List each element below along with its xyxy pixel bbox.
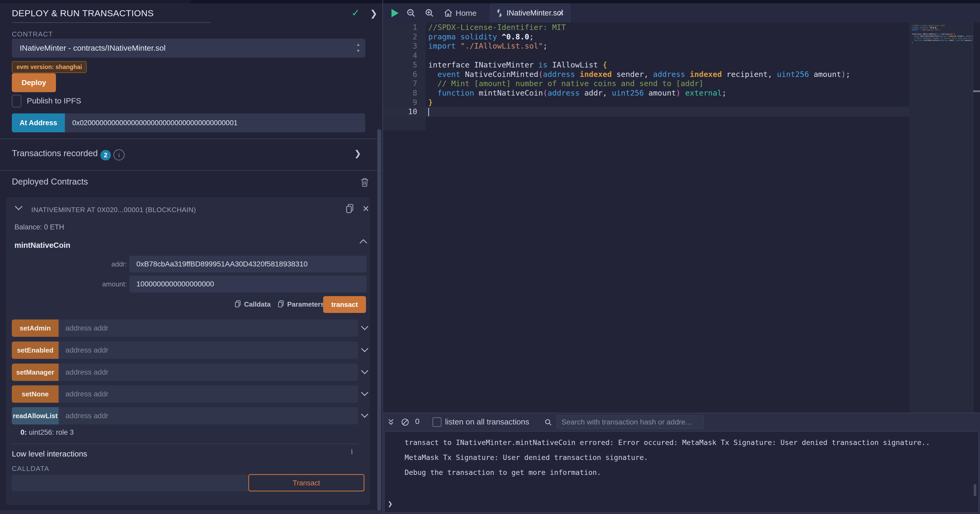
panel-scrollbar-thumb[interactable] <box>377 129 381 511</box>
tab-inativeminter[interactable]: INativeMinter.sol ✕ <box>490 3 570 22</box>
terminal-log-line: Debug the transaction to get more inform… <box>405 468 978 476</box>
setadmin-button[interactable]: setAdmin <box>12 319 59 337</box>
panel-bottom-scrollbar-track[interactable] <box>0 510 382 514</box>
terminal-prompt[interactable]: ❯ <box>388 499 393 508</box>
close-icon[interactable]: ✕ <box>362 204 369 214</box>
contract-instance-label[interactable]: INATIVEMINTER AT 0X020...00001 (BLOCKCHA… <box>31 206 196 214</box>
transactions-recorded-label: Transactions recorded <box>12 148 98 158</box>
setenabled-input[interactable] <box>59 341 358 359</box>
code-line: 1//SPDX-License-Identifier: MIT <box>383 22 980 32</box>
trash-icon[interactable] <box>360 177 369 188</box>
param-amount-input[interactable] <box>129 276 366 292</box>
transactions-count-badge: 2 <box>100 150 111 160</box>
listen-all-checkbox[interactable] <box>433 417 441 427</box>
code-editor[interactable]: 1//SPDX-License-Identifier: MIT2pragma s… <box>383 22 980 412</box>
copy-address-icon[interactable] <box>345 203 355 214</box>
call-result: 0: uint256: role 3 <box>21 428 74 436</box>
line-number: 6 <box>383 70 417 79</box>
solidity-icon <box>496 9 503 17</box>
code-line: 2pragma solidity ^0.8.0; <box>383 32 980 41</box>
contract-label: CONTRACT <box>12 30 53 38</box>
terminal-log-lines: transact to INativeMinter.mintNativeCoin… <box>385 438 978 476</box>
window-top-strip <box>0 0 980 3</box>
function-row: readAllowList <box>12 407 364 425</box>
chevron-down-icon[interactable] <box>361 325 369 330</box>
code-line: 9} <box>383 98 980 107</box>
tab-home-label: Home <box>456 3 477 22</box>
terminal-search-input[interactable] <box>557 415 703 429</box>
copy-calldata-icon[interactable] <box>234 300 242 308</box>
at-address-input[interactable] <box>65 113 365 132</box>
code-line: 5interface INativeMinter is IAllowList { <box>383 60 980 70</box>
overview-ruler[interactable] <box>973 22 980 412</box>
home-icon <box>445 10 452 17</box>
calldata-input[interactable] <box>12 474 248 492</box>
chevron-down-icon[interactable] <box>361 391 369 397</box>
contract-select[interactable]: INativeMinter - contracts/INativeMinter.… <box>12 39 365 57</box>
line-number: 9 <box>383 98 417 107</box>
low-level-info-icon[interactable]: i <box>351 447 353 456</box>
contract-select-value: INativeMinter - contracts/INativeMinter.… <box>20 39 165 57</box>
remix-app: DEPLOY & RUN TRANSACTIONS ✓ ❯ CONTRACT I… <box>0 0 980 514</box>
code-line: 7 // Mint [amount] number of native coin… <box>383 79 980 88</box>
line-number: 4 <box>383 51 417 60</box>
setadmin-input[interactable] <box>59 319 358 337</box>
line-number: 10 <box>383 107 417 116</box>
param-addr-input[interactable] <box>129 256 366 273</box>
deployed-contract-card: INATIVEMINTER AT 0X020...00001 (BLOCKCHA… <box>6 197 370 505</box>
minimap[interactable]: //SPDX-License-Identifier: MITpragma sol… <box>909 22 973 412</box>
terminal-log[interactable]: transact to INativeMinter.mintNativeCoin… <box>384 431 979 513</box>
copy-parameters-icon[interactable] <box>277 300 285 308</box>
zoom-in-icon[interactable] <box>425 8 434 18</box>
chevron-down-icon[interactable] <box>361 347 369 352</box>
title-underline <box>12 22 210 23</box>
at-address-button[interactable]: At Address <box>12 113 65 132</box>
clear-console-ban-icon[interactable] <box>401 418 409 426</box>
param-addr-label: addr: <box>72 256 127 273</box>
line-number: 2 <box>383 32 417 41</box>
divider <box>12 444 359 444</box>
cursor-position-marker <box>973 90 980 92</box>
terminal-log-line: transact to INativeMinter.mintNativeCoin… <box>405 438 978 447</box>
line-number: 5 <box>383 60 417 70</box>
chevron-down-icon[interactable] <box>361 413 369 418</box>
code-line: 4 <box>383 51 980 60</box>
low-level-title: Low level interactions <box>12 449 87 458</box>
low-level-transact-button[interactable]: Transact <box>248 474 364 492</box>
setnone-input[interactable] <box>59 386 358 403</box>
balance-label: Balance: 0 ETH <box>14 223 64 231</box>
calldata-copy-label[interactable]: Calldata <box>244 300 270 308</box>
card-collapse-chevron-icon[interactable] <box>14 205 23 211</box>
setmanager-button[interactable]: setManager <box>12 363 59 381</box>
setenabled-button[interactable]: setEnabled <box>12 341 59 359</box>
transactions-expand-chevron-icon[interactable]: ❯ <box>354 148 361 158</box>
transact-button[interactable]: transact <box>323 296 366 313</box>
panel-editor-divider[interactable] <box>382 0 383 514</box>
listen-all-label[interactable]: listen on all transactions <box>445 417 529 426</box>
line-number: 1 <box>383 22 417 32</box>
run-script-play-icon[interactable] <box>391 9 399 17</box>
function-row: setNone <box>12 386 364 403</box>
terminal: 0 listen on all transactions transact to… <box>383 412 980 514</box>
panel-collapse-chevron-icon[interactable]: ❯ <box>370 8 377 19</box>
chevron-up-icon[interactable] <box>359 239 368 244</box>
deploy-button[interactable]: Deploy <box>12 73 56 92</box>
readallowlist-input[interactable] <box>59 407 358 425</box>
chevron-down-icon[interactable] <box>361 370 369 374</box>
line-number: 8 <box>383 88 417 98</box>
publish-ipfs-label[interactable]: Publish to IPFS <box>27 96 81 105</box>
setnone-button[interactable]: setNone <box>12 386 59 403</box>
tab-close-icon[interactable]: ✕ <box>558 4 564 22</box>
page-title: DEPLOY & RUN TRANSACTIONS <box>12 8 154 18</box>
parameters-copy-label[interactable]: Parameters <box>287 300 325 308</box>
function-row: setEnabled <box>12 341 364 359</box>
info-icon[interactable]: i <box>113 149 124 160</box>
zoom-out-icon[interactable] <box>406 8 416 18</box>
readallowlist-button[interactable]: readAllowList <box>12 407 59 425</box>
calldata-label: CALLDATA <box>12 465 49 473</box>
setmanager-input[interactable] <box>59 363 358 381</box>
terminal-scrollbar-thumb[interactable] <box>974 484 976 496</box>
publish-ipfs-checkbox[interactable] <box>12 95 21 107</box>
expand-terminal-icon[interactable] <box>387 417 395 426</box>
terminal-log-line: MetaMask Tx Signature: User denied trans… <box>405 453 978 462</box>
